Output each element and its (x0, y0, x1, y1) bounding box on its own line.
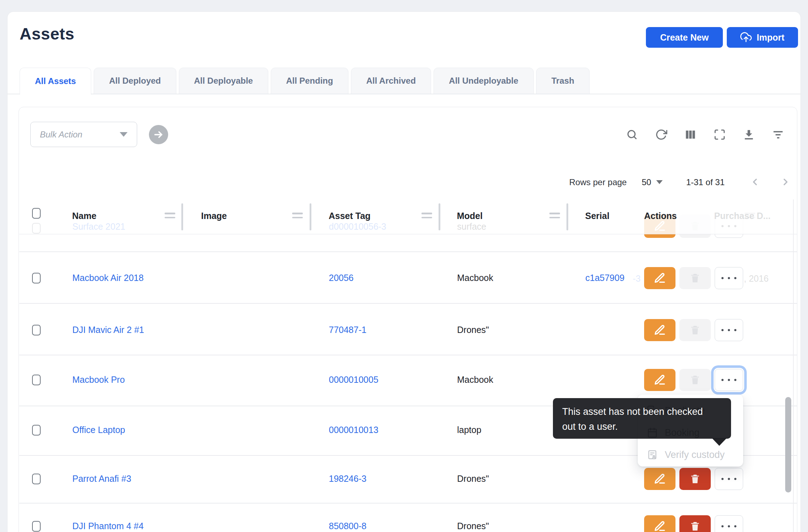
page-title: Assets (20, 24, 74, 43)
drag-handle-icon[interactable] (292, 210, 303, 221)
table-toolbar-icons (626, 128, 784, 141)
bulk-action-select[interactable]: Bulk Action (30, 122, 137, 147)
edit-button[interactable] (644, 369, 675, 391)
create-new-button[interactable]: Create New (646, 27, 723, 48)
asset-name-link[interactable]: DJI Phantom 4 #4 (72, 521, 144, 531)
column-header-name[interactable]: Name (72, 211, 97, 221)
asset-tag-link[interactable]: 850800-8 (329, 521, 367, 531)
more-actions-button[interactable] (715, 319, 743, 341)
search-icon[interactable] (626, 128, 638, 141)
row-checkbox[interactable] (32, 325, 41, 335)
bulk-action-submit-button[interactable] (149, 125, 168, 144)
asset-model: laptop (457, 425, 481, 435)
drag-handle-icon[interactable] (549, 210, 560, 221)
pagination-range: 1-31 of 31 (686, 177, 725, 187)
drag-handle-icon (745, 210, 755, 221)
trash-icon (689, 272, 701, 284)
more-actions-button[interactable] (715, 369, 743, 391)
row-actions (644, 369, 743, 391)
tooltip-arrow (712, 438, 727, 446)
fullscreen-icon[interactable] (713, 128, 726, 141)
chevron-down-icon (120, 132, 128, 137)
column-resizer[interactable] (310, 203, 311, 230)
row-checkbox[interactable] (32, 375, 41, 385)
asset-tag-link[interactable]: 0000010013 (329, 425, 378, 435)
asset-model: Drones" (457, 521, 489, 531)
download-icon[interactable] (742, 128, 755, 141)
chevron-right-icon[interactable] (780, 177, 791, 188)
column-resizer[interactable] (566, 203, 568, 230)
asset-model: Macbook (457, 375, 493, 385)
row-actions (644, 515, 743, 532)
asset-name-link[interactable]: Parrot Anafi #3 (72, 474, 131, 484)
chevron-down-icon[interactable] (656, 179, 663, 186)
actions-column-border (793, 199, 794, 532)
assets-page: Assets Create New Import All Assets All … (0, 0, 808, 532)
row-checkbox[interactable] (32, 273, 41, 283)
refresh-icon[interactable] (655, 128, 668, 141)
rows-per-page-value[interactable]: 50 (642, 177, 651, 187)
tooltip-line1: This asset has not been checked (562, 404, 722, 419)
asset-serial-link[interactable]: c1a57909 (585, 273, 625, 283)
asset-name-link[interactable]: DJI Mavic Air 2 #1 (72, 325, 144, 335)
bulk-action-placeholder: Bulk Action (40, 130, 82, 140)
edit-button[interactable] (644, 319, 675, 341)
rows-per-page-label: Rows per page (569, 177, 627, 187)
asset-name-link[interactable]: Macbook Air 2018 (72, 273, 144, 283)
edit-button[interactable] (644, 515, 675, 532)
column-resizer[interactable] (181, 203, 183, 230)
delete-button[interactable] (679, 468, 711, 490)
column-header-serial[interactable]: Serial (585, 211, 610, 221)
row-checkbox[interactable] (32, 474, 41, 484)
asset-tag-link[interactable]: 0000010005 (329, 375, 378, 385)
table-header: Name Image Asset Tag Model Serial Purcha… (19, 199, 797, 234)
asset-tag-link[interactable]: 770487-1 (329, 325, 367, 335)
more-actions-button[interactable] (715, 267, 743, 289)
delete-button[interactable] (679, 369, 711, 391)
select-all-checkbox[interactable] (32, 208, 41, 219)
menu-item-verify-custody[interactable]: Verify custody (638, 444, 743, 466)
asset-name-link[interactable]: Macbook Pro (72, 375, 125, 385)
edit-icon (654, 374, 666, 386)
row-checkbox[interactable] (32, 425, 41, 435)
drag-handle-icon[interactable] (165, 210, 175, 221)
tabs-bar: All Assets All Deployed All Deployable A… (20, 68, 590, 94)
column-resizer[interactable] (439, 203, 440, 230)
edit-icon (654, 324, 666, 336)
chevron-left-icon[interactable] (750, 177, 760, 188)
columns-icon[interactable] (684, 128, 697, 141)
asset-tag-link[interactable]: 198246-3 (329, 474, 367, 484)
tab-all-deployable[interactable]: All Deployable (179, 68, 268, 94)
tab-all-undeployable[interactable]: All Undeployable (434, 68, 534, 94)
tab-all-archived[interactable]: All Archived (351, 68, 431, 94)
tab-trash[interactable]: Trash (536, 68, 590, 94)
delete-button[interactable] (679, 319, 711, 341)
more-actions-button[interactable] (715, 515, 743, 532)
more-actions-button[interactable] (715, 468, 743, 490)
arrow-right-circle-icon (153, 129, 164, 140)
filter-icon[interactable] (772, 128, 784, 141)
vertical-scrollbar[interactable] (785, 397, 791, 492)
asset-name-link[interactable]: Office Laptop (72, 425, 125, 435)
ellipsis-icon (721, 478, 736, 480)
tab-all-pending[interactable]: All Pending (271, 68, 348, 94)
column-header-image[interactable]: Image (201, 211, 227, 221)
import-label: Import (757, 32, 784, 43)
column-header-model[interactable]: Model (457, 211, 483, 221)
edit-button[interactable] (644, 267, 675, 289)
delete-button[interactable] (679, 515, 711, 532)
pagination-bar: Rows per page 50 1-31 of 31 (542, 175, 791, 189)
import-button[interactable]: Import (727, 27, 798, 48)
delete-button[interactable] (679, 267, 711, 289)
trash-icon (689, 324, 701, 336)
asset-tag-link[interactable]: 20056 (329, 273, 354, 283)
tab-all-assets[interactable]: All Assets (20, 68, 91, 95)
tab-all-deployed[interactable]: All Deployed (94, 68, 176, 94)
tooltip-line2: out to a user. (562, 419, 722, 434)
row-checkbox[interactable] (32, 521, 41, 532)
trash-icon (689, 473, 701, 485)
column-header-asset-tag[interactable]: Asset Tag (329, 211, 371, 221)
edit-icon (654, 473, 666, 485)
edit-button[interactable] (644, 468, 675, 490)
drag-handle-icon[interactable] (421, 210, 432, 221)
